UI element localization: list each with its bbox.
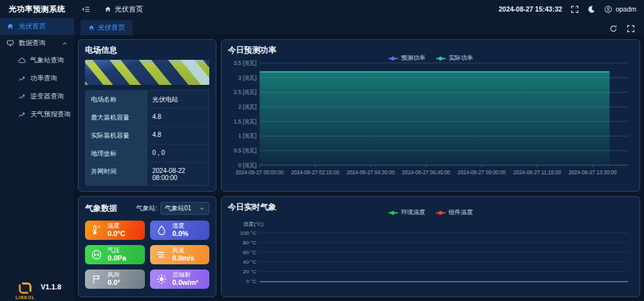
refresh-icon[interactable] bbox=[609, 24, 618, 33]
panel-title: 电场信息 bbox=[85, 45, 209, 55]
brand-logo: LINKOL bbox=[15, 281, 35, 300]
svg-text:2024-08-27 02:15:00: 2024-08-27 02:15:00 bbox=[291, 170, 339, 176]
monitor-icon bbox=[6, 39, 14, 47]
power-forecast-chart[interactable]: 0 [兆瓦]0.5 [兆瓦]1 [兆瓦]1.5 [兆瓦]2 [兆瓦]2.5 [兆… bbox=[228, 57, 633, 186]
weather-card-humidity: 湿度0.0% bbox=[150, 221, 210, 240]
tab-pv-home[interactable]: 光伏首页 bbox=[80, 20, 133, 35]
solar-farm-photo bbox=[85, 60, 209, 85]
legend-item-forecast-power[interactable]: 预测功率 bbox=[388, 54, 426, 62]
panel-weather-data: 气象数据 气象站: 气象站01 °C 温度0.0°C bbox=[78, 196, 216, 297]
card-value: 0.0% bbox=[173, 230, 189, 238]
card-value: 0.0m/s bbox=[173, 254, 194, 262]
dashboard-content: 电场信息 bbox=[74, 35, 644, 301]
card-value: 0.0Pa bbox=[108, 254, 126, 262]
legend-marker bbox=[388, 212, 398, 214]
sidebar: 光功率预测系统 光伏首页 数据查询 气象站查询 功率查询 逆变器查询 天气预报查… bbox=[0, 0, 74, 301]
svg-text:1 [兆瓦]: 1 [兆瓦] bbox=[238, 132, 256, 139]
sidebar-item-inverter-query[interactable]: 逆变器查询 bbox=[0, 87, 74, 105]
svg-text:2024-08-27 06:45:00: 2024-08-27 06:45:00 bbox=[402, 170, 450, 176]
table-row: 并网时间 2024-08-22 08:00:00 bbox=[86, 163, 209, 185]
card-value: 0.0° bbox=[108, 278, 120, 287]
sidebar-item-power-query[interactable]: 功率查询 bbox=[0, 69, 74, 87]
svg-text:80 °C: 80 °C bbox=[243, 240, 256, 246]
svg-text:60 °C: 60 °C bbox=[243, 250, 256, 255]
weather-card-temperature: °C 温度0.0°C bbox=[85, 221, 145, 240]
app-title: 光功率预测系统 bbox=[0, 0, 74, 18]
expand-icon[interactable] bbox=[627, 24, 635, 33]
weather-card-total-radiation: 总辐射0.0w/m² bbox=[150, 269, 210, 289]
fullscreen-icon[interactable] bbox=[571, 5, 579, 14]
breadcrumb: 光伏首页 bbox=[104, 5, 143, 14]
sidebar-item-label: 气象站查询 bbox=[30, 56, 64, 65]
menu-fold-icon[interactable] bbox=[82, 5, 90, 14]
station-selected-value: 气象站01 bbox=[165, 204, 191, 213]
svg-text:2024-08-27 09:00:00: 2024-08-27 09:00:00 bbox=[458, 170, 506, 176]
legend-label: 实际功率 bbox=[449, 54, 473, 62]
breadcrumb-label: 光伏首页 bbox=[115, 5, 143, 14]
row-value: 0 , 0 bbox=[147, 145, 209, 162]
svg-text:0 [兆瓦]: 0 [兆瓦] bbox=[238, 162, 256, 169]
row-value: 4.8 bbox=[147, 109, 209, 126]
legend-label: 预测功率 bbox=[401, 54, 426, 62]
legend-marker bbox=[436, 212, 446, 214]
table-row: 最大装机容量 4.8 bbox=[86, 109, 209, 127]
line-chart-icon bbox=[18, 111, 26, 118]
weather-card-pressure: 气压0.0Pa bbox=[85, 245, 145, 264]
svg-text:2024-08-27 00:00:00: 2024-08-27 00:00:00 bbox=[236, 170, 284, 176]
card-label: 总辐射 bbox=[173, 271, 198, 278]
row-value: 光伏电站 bbox=[147, 91, 209, 108]
panel-title: 气象数据 bbox=[85, 203, 117, 214]
legend-item-actual-power[interactable]: 实际功率 bbox=[436, 54, 473, 62]
legend-label: 组件温度 bbox=[449, 208, 473, 217]
version-label: V1.1.8 bbox=[41, 283, 61, 291]
svg-text:2024-08-27 04:30:00: 2024-08-27 04:30:00 bbox=[346, 170, 395, 176]
sidebar-footer: LINKOL V1.1.8 bbox=[0, 273, 74, 301]
row-label: 并网时间 bbox=[86, 163, 147, 185]
panel-realtime-weather-chart: 今日实时气象 环境温度 组件温度 温度(°C)100 °C80 °C60 °C4… bbox=[221, 196, 640, 297]
svg-text:2024-08-27 13:30:00: 2024-08-27 13:30:00 bbox=[569, 170, 617, 176]
card-value: 0.0w/m² bbox=[173, 278, 198, 287]
station-select-label: 气象站: bbox=[136, 204, 157, 213]
svg-text:100 °C: 100 °C bbox=[240, 230, 257, 236]
datetime-label: 2024-08-27 15:43:32 bbox=[498, 5, 562, 13]
svg-text:0 °C: 0 °C bbox=[246, 279, 257, 285]
row-label: 电场名称 bbox=[86, 91, 147, 108]
header-right: 2024-08-27 15:43:32 opadm bbox=[498, 5, 636, 14]
sidebar-item-weather-forecast-query[interactable]: 天气预报查询 bbox=[0, 105, 74, 123]
home-icon bbox=[104, 6, 111, 13]
cloud-icon bbox=[18, 57, 26, 64]
sidebar-item-weather-station-query[interactable]: 气象站查询 bbox=[0, 51, 74, 69]
svg-text:0.5 [兆瓦]: 0.5 [兆瓦] bbox=[234, 147, 256, 154]
realtime-weather-chart[interactable]: 温度(°C)100 °C80 °C60 °C40 °C20 °C0 °C bbox=[228, 221, 633, 291]
row-label: 实际装机容量 bbox=[86, 127, 147, 144]
svg-text:1.5 [兆瓦]: 1.5 [兆瓦] bbox=[234, 118, 256, 125]
station-info-table: 电场名称 光伏电站 最大装机容量 4.8 实际装机容量 4.8 地理坐标 0 ,… bbox=[85, 90, 209, 186]
windsock-icon bbox=[91, 273, 102, 285]
card-label: 气压 bbox=[108, 247, 126, 254]
table-row: 地理坐标 0 , 0 bbox=[86, 145, 209, 163]
sidebar-item-home[interactable]: 光伏首页 bbox=[0, 18, 74, 35]
legend-item-module-temp[interactable]: 组件温度 bbox=[436, 208, 473, 217]
moon-icon[interactable] bbox=[587, 5, 596, 14]
droplet-icon bbox=[156, 224, 167, 236]
row-value: 4.8 bbox=[147, 127, 209, 144]
tab-bar: 光伏首页 bbox=[74, 18, 644, 35]
thermometer-icon: °C bbox=[91, 224, 102, 236]
card-label: 湿度 bbox=[173, 223, 189, 230]
row-label: 最大装机容量 bbox=[86, 109, 147, 126]
svg-text:°C: °C bbox=[97, 225, 101, 229]
top-header: 光伏首页 2024-08-27 15:43:32 opadm bbox=[74, 0, 644, 18]
home-icon bbox=[6, 23, 14, 30]
home-icon bbox=[88, 24, 95, 31]
legend-item-ambient-temp[interactable]: 环境温度 bbox=[388, 208, 426, 217]
sidebar-group-data-query[interactable]: 数据查询 bbox=[0, 35, 74, 51]
card-label: 风速 bbox=[173, 247, 194, 254]
username-label: opadm bbox=[616, 5, 636, 13]
line-chart-icon bbox=[18, 75, 26, 82]
sidebar-item-label: 功率查询 bbox=[30, 74, 57, 83]
user-menu[interactable]: opadm bbox=[604, 5, 636, 14]
station-select[interactable]: 气象站01 bbox=[160, 202, 209, 215]
sidebar-item-label: 逆变器查询 bbox=[30, 92, 64, 101]
svg-text:2024-08-27 11:15:00: 2024-08-27 11:15:00 bbox=[513, 170, 562, 176]
table-row: 实际装机容量 4.8 bbox=[86, 127, 209, 145]
